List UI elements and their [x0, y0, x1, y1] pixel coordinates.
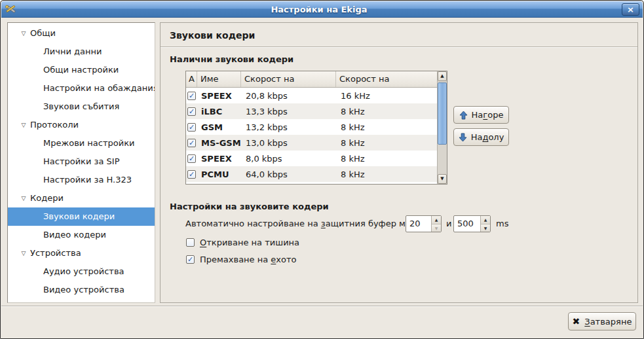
tools-icon — [5, 3, 16, 15]
codec-clock: 8 kHz — [336, 138, 427, 148]
sidebar-item-label: Общи — [30, 28, 56, 38]
spinner-steppers: ▲ ▼ — [431, 216, 441, 232]
sidebar-item-general[interactable]: ▽Общи — [8, 24, 155, 43]
column-header-name[interactable]: Име — [197, 71, 241, 87]
echo-cancellation-checkbox[interactable]: ✓ — [186, 255, 195, 264]
sidebar-item-label: Видео кодери — [43, 230, 106, 240]
sidebar-item-video-codecs[interactable]: Видео кодери — [8, 226, 155, 244]
codec-active-checkbox[interactable]: ✓ — [187, 107, 196, 116]
spin-down-icon[interactable]: ▼ — [432, 224, 441, 232]
preferences-tree: ▽Общи Лични данни Общи настройки Настрой… — [7, 22, 155, 303]
sidebar-item-label: Настройки за H.323 — [43, 175, 132, 185]
close-dialog-button[interactable]: ✖ Затваряне — [568, 312, 636, 330]
sidebar-item-call-options[interactable]: Настройки на обажданията — [8, 79, 155, 98]
silence-detection-label: Откриване на тишина — [200, 238, 299, 247]
sidebar-item-audio-devices[interactable]: Аудио устройства — [8, 262, 155, 281]
scroll-up-icon[interactable]: ▲ — [438, 71, 447, 81]
down-arrow-icon — [459, 133, 467, 142]
audio-codecs-panel: Звукови кодери Налични звукови кодери А … — [160, 22, 638, 303]
titlebar[interactable]: Настройки на Ekiga × — [1, 1, 643, 18]
sidebar-item-codecs[interactable]: ▽Кодери — [8, 189, 155, 207]
codec-active-checkbox[interactable]: ✓ — [187, 123, 196, 132]
expander-icon[interactable]: ▽ — [17, 189, 30, 207]
sidebar-item-devices[interactable]: ▽Устройства — [8, 244, 155, 262]
column-header-bandwidth[interactable]: Скорост на връзката — [241, 71, 336, 87]
sidebar-item-label: Настройки на обажданията — [43, 83, 155, 93]
table-row[interactable]: ✓ GSM 13,2 kbps 8 kHz — [186, 119, 447, 135]
codec-name: SPEEX — [197, 91, 241, 101]
table-row[interactable]: ✓ SPEEX 8,0 kbps 8 kHz — [186, 151, 447, 166]
sidebar-item-protocols[interactable]: ▽Протоколи — [8, 116, 155, 134]
scrollbar-thumb[interactable] — [438, 82, 447, 145]
codec-settings-section-title: Настройки на звуковите кодери — [170, 202, 329, 211]
sidebar-item-audio-codecs[interactable]: Звукови кодери — [8, 207, 155, 226]
sidebar-item-label: Аудио устройства — [43, 266, 124, 276]
spin-up-icon[interactable]: ▲ — [481, 216, 490, 224]
codec-name: GSM — [197, 122, 241, 132]
silence-detection-checkbox-row[interactable]: Откриване на тишина — [186, 237, 299, 247]
table-row[interactable]: ✓ MS-GSM 13,0 kbps 8 kHz — [186, 135, 447, 151]
header-separator — [161, 46, 637, 48]
codec-active-checkbox[interactable]: ✓ — [187, 154, 196, 163]
sidebar-item-label: Кодери — [30, 193, 64, 203]
table-row[interactable]: ✓ PCMU 64,0 kbps 8 kHz — [186, 166, 447, 182]
codec-bandwidth: 64,0 kbps — [241, 170, 336, 179]
spin-down-icon[interactable]: ▼ — [481, 224, 490, 232]
echo-cancellation-checkbox-row[interactable]: ✓ Премахване на ехото — [186, 254, 297, 264]
table-row[interactable]: ✓ SPEEX 20,8 kbps 16 kHz — [186, 88, 447, 103]
table-scrollbar[interactable]: ▲ ▼ — [437, 71, 447, 184]
sidebar-item-h323-settings[interactable]: Настройки за H.323 — [8, 171, 155, 189]
sidebar-item-label: Звукови събития — [43, 101, 119, 111]
jitter-min-value[interactable]: 20 — [406, 216, 431, 232]
codec-bandwidth: 8,0 kbps — [241, 154, 336, 164]
sidebar-item-general-settings[interactable]: Общи настройки — [8, 61, 155, 79]
and-label: и — [446, 215, 451, 232]
sidebar-item-label: Звукови кодери — [43, 211, 115, 221]
codec-table: А Име Скорост на връзката Скорост на час… — [185, 71, 447, 185]
sidebar-item-label: Устройства — [30, 248, 81, 258]
available-codecs-section-title: Налични звукови кодери — [170, 54, 294, 64]
jitter-min-spinner[interactable]: 20 ▲ ▼ — [406, 215, 442, 232]
column-header-active[interactable]: А — [186, 71, 197, 87]
page-title: Звукови кодери — [170, 30, 255, 41]
window-title: Настройки на Ekiga — [16, 5, 622, 14]
sidebar-item-label: Мрежови настройки — [43, 138, 135, 148]
codec-bandwidth: 20,8 kbps — [241, 91, 336, 101]
ms-unit-label: ms — [496, 215, 508, 232]
scroll-down-icon[interactable]: ▼ — [438, 174, 447, 184]
echo-cancellation-label: Премахване на ехото — [200, 255, 297, 264]
sidebar-item-sip-settings[interactable]: Настройки за SIP — [8, 152, 155, 171]
sidebar-item-personal-data[interactable]: Лични данни — [8, 43, 155, 61]
codec-active-checkbox[interactable]: ✓ — [187, 170, 196, 179]
close-x-icon: ✖ — [573, 317, 580, 326]
codec-active-checkbox[interactable]: ✓ — [187, 139, 196, 147]
spin-up-icon[interactable]: ▲ — [432, 216, 441, 224]
jitter-max-spinner[interactable]: 500 ▲ ▼ — [453, 215, 491, 232]
close-dialog-label: Затваряне — [584, 317, 632, 327]
move-up-button[interactable]: Нагоре — [453, 106, 509, 124]
expander-icon[interactable]: ▽ — [17, 116, 30, 134]
move-up-label: Нагоре — [472, 110, 504, 120]
silence-detection-checkbox[interactable] — [186, 238, 195, 247]
window-close-button[interactable]: × — [622, 3, 639, 16]
codec-name: iLBC — [197, 107, 241, 116]
column-header-clock[interactable]: Скорост на часовника — [336, 71, 427, 87]
codec-active-checkbox[interactable]: ✓ — [187, 92, 196, 100]
codec-clock: 8 kHz — [336, 107, 427, 116]
jitter-buffer-label: Автоматично настройване на защитния буфе… — [185, 215, 429, 232]
codec-clock: 8 kHz — [336, 170, 427, 179]
sidebar-item-sound-events[interactable]: Звукови събития — [8, 98, 155, 116]
move-down-button[interactable]: Надолу — [453, 128, 509, 146]
expander-icon[interactable]: ▽ — [17, 24, 30, 43]
table-row[interactable]: ✓ iLBC 13,3 kbps 8 kHz — [186, 103, 447, 119]
sidebar-item-network-settings[interactable]: Мрежови настройки — [8, 134, 155, 152]
codec-clock: 8 kHz — [336, 154, 427, 164]
footer-separator — [1, 306, 643, 307]
codec-name: PCMU — [197, 170, 241, 179]
jitter-max-value[interactable]: 500 — [454, 216, 480, 232]
expander-icon[interactable]: ▽ — [17, 244, 30, 262]
sidebar-item-video-devices[interactable]: Видео устройства — [8, 281, 155, 299]
up-arrow-icon — [459, 111, 468, 120]
sidebar-item-label: Лични данни — [43, 46, 102, 56]
codec-table-header: А Име Скорост на връзката Скорост на час… — [186, 71, 447, 88]
